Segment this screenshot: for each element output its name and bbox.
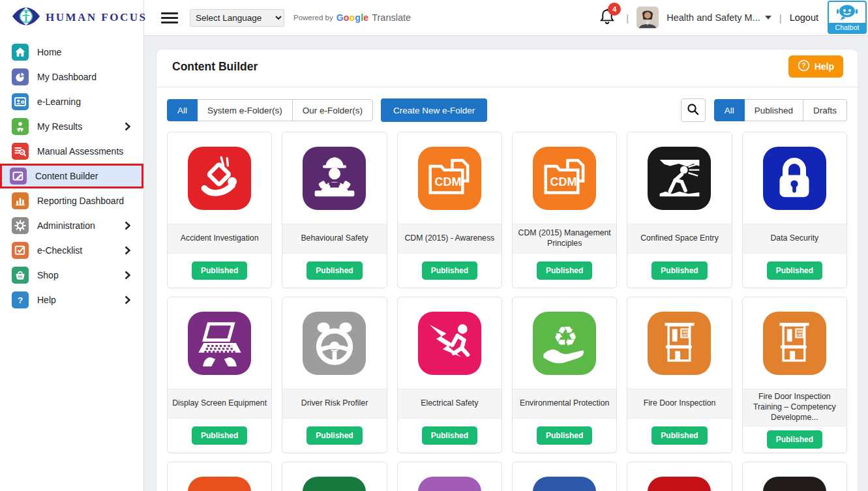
human-focus-eye-icon — [12, 7, 40, 29]
sidebar-item-e-checklist[interactable]: e-Checklist — [0, 238, 143, 263]
svg-text:EXIT: EXIT — [681, 333, 689, 337]
results-medal-icon — [12, 118, 29, 135]
status-badge[interactable]: Published — [537, 261, 592, 280]
efolder-title: Environmental Protection — [513, 389, 616, 419]
svg-text:♻: ♻ — [553, 320, 578, 353]
efolder-card[interactable]: FIREEXIT Fire Door Inspection Training –… — [742, 297, 847, 453]
folder-tab-our-e-folder-s-[interactable]: Our e-Folder(s) — [292, 99, 373, 121]
sidebar-item-label: Administration — [37, 220, 95, 231]
status-badge[interactable]: Published — [422, 261, 477, 280]
efolder-card[interactable] — [397, 462, 502, 491]
efolder-card[interactable]: Display Screen Equipment Published — [167, 297, 272, 453]
sidebar-item-reporting-dashboard[interactable]: Reporting Dashboard — [0, 188, 143, 213]
status-tab-all[interactable]: All — [714, 99, 745, 121]
efolder-card[interactable] — [512, 462, 617, 491]
chatbot-label: Chatbot — [829, 23, 865, 33]
efolder-card[interactable]: ♻ Environmental Protection Published — [512, 297, 617, 453]
chevron-right-icon — [124, 221, 131, 230]
dashboard-pie-icon — [12, 68, 29, 85]
sidebar-item-label: My Results — [37, 121, 82, 132]
efolder-card[interactable]: CDM CDM (2015) Management Principles Pub… — [512, 132, 617, 288]
separator: | — [626, 12, 629, 23]
brand-logo[interactable]: HUMAN FOCUS — [0, 0, 144, 36]
language-select[interactable]: Select Language — [190, 9, 284, 27]
status-badge[interactable]: Published — [537, 426, 592, 445]
efolder-card[interactable]: Accident Investigation Published — [167, 132, 272, 288]
efolder-card[interactable] — [627, 462, 732, 491]
chatbot-icon — [829, 2, 865, 23]
sidebar-item-home[interactable]: Home — [0, 40, 143, 65]
main-area: Content Builder ? Help AllSystem e-Folde… — [145, 37, 868, 491]
sidebar-item-label: Content Builder — [35, 171, 98, 181]
notification-count-badge: 4 — [608, 3, 621, 16]
chevron-right-icon — [124, 295, 131, 305]
status-badge[interactable]: Published — [767, 430, 822, 449]
efolder-title: Display Screen Equipment — [168, 389, 271, 419]
notifications-button[interactable]: 4 — [599, 8, 618, 27]
falling-load-icon — [188, 147, 251, 210]
logout-button[interactable]: Logout — [790, 12, 818, 23]
user-menu[interactable]: Health and Safety M... — [666, 12, 771, 23]
folder-tab-system-e-folder-s-[interactable]: System e-Folder(s) — [197, 99, 293, 121]
cdm-folder-icon: CDM — [418, 147, 481, 210]
sidebar-item-manual-assessments[interactable]: Manual Assessments — [0, 139, 143, 164]
efolder-card[interactable] — [742, 462, 847, 491]
create-efolder-button[interactable]: Create New e-Folder — [381, 98, 487, 122]
sidebar-item-my-dashboard[interactable]: My Dashboard — [0, 65, 143, 89]
efolder-card[interactable]: Behavioural Safety Published — [282, 132, 387, 288]
user-name-label: Health and Safety M... — [666, 12, 760, 23]
svg-text:CDM: CDM — [550, 175, 576, 188]
status-badge[interactable]: Published — [307, 261, 362, 280]
chatbot-button[interactable]: Chatbot — [828, 1, 867, 34]
status-badge[interactable]: Published — [422, 426, 477, 445]
search-button[interactable] — [681, 98, 706, 122]
brand-name: HUMAN FOCUS — [46, 11, 147, 24]
menu-toggle-icon[interactable] — [161, 10, 178, 26]
efolder-card[interactable]: Electrical Safety Published — [397, 297, 502, 453]
status-badge[interactable]: Published — [192, 261, 247, 280]
sidebar-item-help[interactable]: ? Help — [0, 288, 143, 312]
efolder-card[interactable]: Data Security Published — [742, 132, 847, 288]
efolder-card[interactable]: Confined Space Entry Published — [627, 132, 732, 288]
panel-header: Content Builder ? Help — [157, 50, 858, 87]
sidebar-item-administration[interactable]: Administration — [0, 213, 143, 238]
separator: | — [779, 12, 782, 23]
status-badge[interactable]: Published — [307, 426, 362, 445]
steering-wheel-icon — [303, 312, 366, 375]
help-circle-icon: ? — [798, 59, 810, 74]
status-tab-drafts[interactable]: Drafts — [803, 99, 847, 121]
folder-tab-all[interactable]: All — [167, 99, 198, 121]
status-tab-published[interactable]: Published — [744, 99, 803, 121]
sidebar-item-label: Home — [37, 47, 61, 57]
status-badge[interactable]: Published — [651, 426, 707, 445]
help-button[interactable]: ? Help — [788, 55, 843, 78]
partial-tile-icon — [303, 477, 366, 491]
status-filter-toolbar: AllPublishedDrafts — [681, 98, 847, 122]
efolder-card[interactable] — [282, 462, 387, 491]
laptop-typing-icon — [188, 312, 251, 375]
svg-text:EXIT: EXIT — [796, 333, 804, 337]
user-avatar[interactable] — [636, 7, 659, 29]
efolder-card[interactable]: CDM CDM (2015) - Awareness Published — [397, 132, 502, 288]
sidebar-item-label: Shop — [37, 270, 59, 280]
status-badge[interactable]: Published — [651, 261, 707, 280]
efolder-title: Confined Space Entry — [627, 224, 731, 254]
efolder-card[interactable]: FIREEXIT Fire Door Inspection Published — [627, 297, 732, 453]
powered-by-label: Powered by — [293, 14, 333, 22]
sidebar-item-my-results[interactable]: My Results — [0, 114, 143, 139]
sidebar-item-shop[interactable]: Shop — [0, 263, 143, 288]
status-badge[interactable]: Published — [192, 426, 247, 445]
partial-tile-icon — [418, 477, 481, 491]
efolder-card[interactable]: Driver Risk Profiler Published — [282, 297, 387, 453]
folder-tab-group: AllSystem e-Folder(s)Our e-Folder(s) — [167, 99, 373, 121]
sidebar-item-e-learning[interactable]: e-Learning — [0, 89, 143, 114]
basket-icon — [12, 267, 29, 284]
electric-shock-icon — [418, 312, 481, 375]
fire-door-icon: FIREEXIT — [648, 312, 711, 375]
cdm-folder-icon: CDM — [533, 147, 596, 210]
efolder-title: Fire Door Inspection Training – Competen… — [743, 389, 846, 426]
status-badge[interactable]: Published — [767, 261, 822, 280]
partial-tile-icon — [188, 477, 251, 491]
sidebar-item-content-builder[interactable]: Content Builder — [0, 164, 143, 188]
efolder-card[interactable] — [167, 462, 272, 491]
